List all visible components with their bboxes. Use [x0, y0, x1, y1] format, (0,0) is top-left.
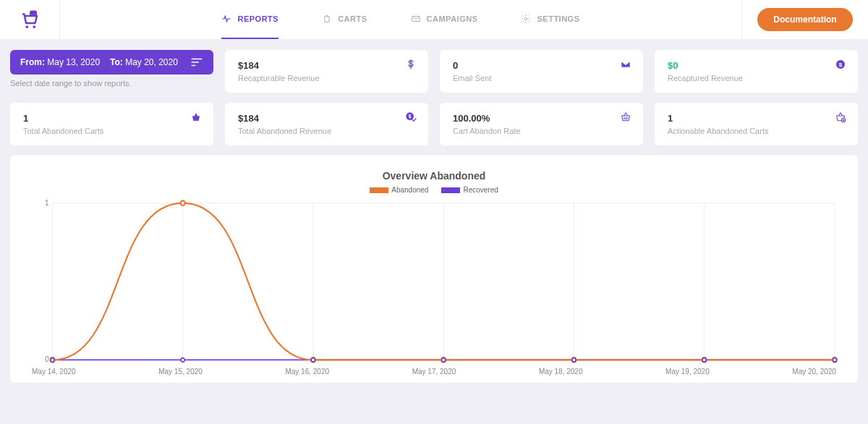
bag-icon — [322, 14, 332, 24]
date-range-picker[interactable]: From: May 13, 2020 To: May 20, 2020 — [10, 50, 213, 75]
from-label: From: — [20, 57, 45, 67]
y-tick: 0 — [45, 355, 49, 363]
envelope-icon — [620, 59, 631, 70]
nav-tabs: REPORTS CARTS CAMPAIGNS SETTINGS — [60, 0, 741, 39]
tab-label: CARTS — [338, 14, 367, 23]
svg-point-26 — [442, 358, 446, 362]
tab-label: SETTINGS — [537, 14, 579, 23]
dollar-badge-icon: $ — [835, 59, 846, 70]
chart-plot-area: 1 0 — [30, 198, 838, 365]
tab-settings[interactable]: SETTINGS — [521, 0, 579, 39]
svg-text:$: $ — [409, 114, 412, 119]
chart-panel: Overview Abandoned Abandoned Recovered 1… — [10, 156, 858, 383]
card-label: Recaptured Revenue — [668, 74, 845, 82]
pulse-icon — [221, 14, 231, 24]
tab-reports[interactable]: REPORTS — [221, 0, 278, 39]
tab-carts[interactable]: CARTS — [322, 0, 367, 39]
stats-row-2: 1 Total Abandoned Carts $184 Total Aband… — [10, 103, 858, 145]
basket-lines-icon — [620, 111, 631, 123]
x-tick-label: May 15, 2020 — [158, 368, 203, 376]
mail-icon — [411, 14, 421, 24]
svg-point-1 — [33, 25, 35, 28]
card-cart-abandon-rate: 100.00% Cart Abandon Rate — [440, 103, 643, 145]
documentation-button[interactable]: Documentation — [757, 8, 852, 31]
brand-logo — [0, 0, 60, 39]
svg-point-22 — [181, 358, 184, 362]
svg-point-21 — [181, 200, 185, 205]
card-label: Cart Abandon Rate — [453, 127, 630, 135]
card-label: Recapturable Revenue — [238, 74, 415, 82]
svg-text:$: $ — [839, 62, 843, 68]
card-label: Total Abandoned Carts — [23, 127, 200, 135]
card-value: 1 — [668, 113, 845, 124]
svg-point-20 — [51, 358, 54, 362]
chart-title: Overview Abandoned — [30, 170, 838, 182]
basket-gear-icon — [835, 111, 846, 123]
svg-point-32 — [833, 358, 836, 362]
card-value: 1 — [23, 113, 200, 124]
x-tick-label: May 19, 2020 — [665, 368, 710, 376]
card-recapturable-revenue: $184 Recapturable Revenue — [225, 50, 428, 93]
y-tick: 1 — [45, 199, 49, 207]
tab-label: CAMPAIGNS — [427, 14, 478, 23]
card-value: 0 — [453, 60, 630, 71]
chart-legend: Abandoned Recovered — [30, 186, 838, 194]
tab-label: REPORTS — [237, 14, 278, 23]
to-value: May 20, 2020 — [125, 57, 178, 67]
card-label: Actionable Abandoned Carts — [668, 127, 845, 135]
x-tick-label: May 18, 2020 — [539, 368, 583, 376]
svg-point-4 — [525, 17, 528, 20]
dollar-icon — [405, 59, 417, 70]
gear-icon — [521, 14, 531, 24]
x-tick-label: May 17, 2020 — [412, 368, 456, 376]
card-label: Email Sent — [453, 74, 630, 82]
x-tick-label: May 14, 2020 — [32, 368, 76, 376]
stats-row-1: From: May 13, 2020 To: May 20, 2020 Sele… — [10, 50, 858, 93]
svg-point-0 — [25, 25, 28, 28]
from-value: May 13, 2020 — [47, 57, 100, 67]
card-value: $184 — [238, 113, 415, 124]
card-email-sent: 0 Email Sent — [440, 50, 643, 93]
card-recaptured-revenue: $0 Recaptured Revenue $ — [655, 50, 858, 93]
card-total-abandoned-revenue: $184 Total Abandoned Revenue $ — [225, 103, 428, 145]
svg-point-30 — [702, 358, 706, 362]
card-actionable-abandoned-carts: 1 Actionable Abandoned Carts — [655, 103, 858, 145]
legend-recovered: Recovered — [441, 186, 498, 194]
tab-campaigns[interactable]: CAMPAIGNS — [411, 0, 478, 39]
card-value: $0 — [668, 60, 845, 71]
content-area: From: May 13, 2020 To: May 20, 2020 Sele… — [0, 40, 868, 393]
chart-x-axis: May 14, 2020May 15, 2020May 16, 2020May … — [30, 368, 838, 376]
date-range-hint: Select date range to show reports. — [10, 79, 213, 88]
cart-logo-icon — [19, 9, 41, 30]
card-total-abandoned-carts: 1 Total Abandoned Carts — [10, 103, 213, 145]
x-tick-label: May 16, 2020 — [285, 368, 329, 376]
card-value: $184 — [238, 60, 415, 71]
x-tick-label: May 20, 2020 — [792, 368, 836, 376]
doc-area: Documentation — [741, 0, 868, 39]
svg-point-28 — [572, 358, 576, 362]
svg-point-10 — [843, 119, 844, 121]
basket-icon — [190, 111, 202, 123]
dollar-check-icon: $ — [405, 111, 417, 123]
to-label: To: — [110, 57, 123, 67]
top-navigation: REPORTS CARTS CAMPAIGNS SETTINGS Documen… — [0, 0, 868, 40]
date-range-cell: From: May 13, 2020 To: May 20, 2020 Sele… — [10, 50, 213, 93]
card-label: Total Abandoned Revenue — [238, 127, 415, 135]
svg-point-24 — [311, 358, 315, 362]
legend-abandoned: Abandoned — [370, 186, 428, 194]
svg-rect-2 — [30, 11, 37, 17]
sort-icon — [190, 57, 203, 67]
card-value: 100.00% — [453, 113, 630, 124]
